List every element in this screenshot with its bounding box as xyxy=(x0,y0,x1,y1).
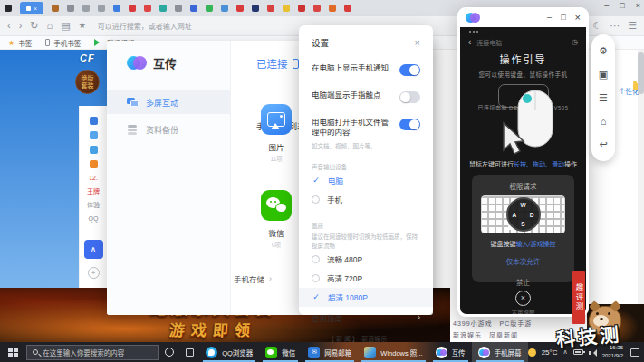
rail-shortcut-icon[interactable] xyxy=(90,131,98,139)
tab[interactable] xyxy=(252,5,259,12)
battery-icon[interactable] xyxy=(573,349,583,355)
tab[interactable] xyxy=(113,5,120,12)
home-icon[interactable]: ⌂ xyxy=(601,116,607,127)
back-icon[interactable]: ↩ xyxy=(599,138,607,150)
taskbar-item-网易邮箱[interactable]: ✉网易邮箱 xyxy=(302,342,358,362)
night-mode-icon[interactable]: ☾ xyxy=(592,21,601,31)
notifications-toggle[interactable] xyxy=(399,64,420,76)
favorite-star-icon[interactable]: ★ xyxy=(79,22,86,30)
tray-expand-icon[interactable]: ∧ xyxy=(563,348,568,356)
bookmark-item[interactable]: 手机书签 xyxy=(45,38,81,48)
option-手机[interactable]: 手机 xyxy=(312,190,420,209)
forward-icon[interactable]: › xyxy=(19,21,23,31)
clock-icon[interactable]: ◷ xyxy=(572,38,578,46)
tab[interactable] xyxy=(52,5,59,12)
minimize-icon[interactable]: – xyxy=(604,1,609,10)
close-icon[interactable]: × xyxy=(636,1,640,10)
tab[interactable] xyxy=(67,5,74,12)
back-to-top-button[interactable]: ∧ xyxy=(84,240,103,259)
deny-button[interactable]: 禁止 xyxy=(472,277,574,287)
screenshot-icon[interactable]: ▣ xyxy=(599,69,608,81)
tab[interactable] xyxy=(190,5,197,12)
rail-link[interactable]: 体验 xyxy=(87,202,100,208)
tab[interactable] xyxy=(329,5,336,12)
backup-icon xyxy=(127,125,139,135)
option-超清 1080P[interactable]: ✓超清 1080P xyxy=(299,288,433,307)
keyboard-icon: W A S D xyxy=(481,195,565,233)
task-view-button[interactable] xyxy=(180,348,199,357)
weather-temp[interactable]: 25°C xyxy=(542,348,558,357)
touchpoints-toggle[interactable] xyxy=(399,91,420,103)
close-icon[interactable]: × xyxy=(415,37,420,48)
close-icon[interactable]: × xyxy=(575,12,581,23)
refresh-icon[interactable]: ↻ xyxy=(30,21,38,31)
rail-shortcut-icon[interactable] xyxy=(90,146,98,154)
rail-shortcut-icon[interactable] xyxy=(90,117,98,125)
rail-link[interactable]: 王牌 xyxy=(87,188,100,195)
allow-once-button[interactable]: 仅本次允许 xyxy=(472,256,574,266)
taskbar-item-互传[interactable]: 互传 xyxy=(429,342,472,362)
rail-link[interactable]: 12. xyxy=(89,175,98,181)
tab[interactable] xyxy=(5,5,12,12)
back-icon[interactable]: ‹ xyxy=(7,21,11,31)
scrollbar-thumb[interactable] xyxy=(638,52,644,94)
back-icon[interactable]: ‹ xyxy=(468,38,471,47)
tab[interactable] xyxy=(283,5,290,12)
game-badge[interactable]: 绝版 套装 xyxy=(75,70,100,94)
clock-date[interactable]: 16:35 2021/9/2 xyxy=(602,344,623,360)
taskbar-search[interactable]: 在这里输入你要搜索的内容 xyxy=(26,345,159,360)
tab[interactable] xyxy=(221,5,228,12)
tab-close-icon[interactable]: × xyxy=(34,5,37,12)
minimize-icon[interactable]: – xyxy=(547,13,552,22)
option-高清 720P[interactable]: 高清 720P xyxy=(312,269,420,288)
home-icon[interactable]: ⌂ xyxy=(47,21,53,31)
taskbar-item-QQ浏览器[interactable]: QQ浏览器 xyxy=(199,342,259,362)
reader-icon[interactable]: ▤ xyxy=(61,21,70,31)
phone-storage-link[interactable]: 手机存储 › xyxy=(234,273,272,284)
recents-icon[interactable]: ☰ xyxy=(599,92,608,104)
rail-link[interactable]: QQ xyxy=(89,215,99,222)
tab[interactable] xyxy=(129,5,136,12)
setting-row-notifications: 在电脑上显示手机通知 xyxy=(312,63,420,76)
tab[interactable] xyxy=(206,5,213,12)
sidebar-item-资料备份[interactable]: 资料备份 xyxy=(107,118,230,141)
option-电脑[interactable]: ✓电脑 xyxy=(312,171,420,190)
sidebar-item-多屏互动[interactable]: 多屏互动 xyxy=(107,90,230,114)
more-icon[interactable]: ⋯ xyxy=(610,21,620,31)
tab[interactable] xyxy=(313,5,321,12)
weather-sun-icon[interactable] xyxy=(528,348,536,357)
user-guide-link[interactable]: 使用指南 › xyxy=(312,312,420,323)
rail-feedback-icon[interactable]: + xyxy=(88,267,100,279)
tab[interactable] xyxy=(344,5,351,12)
notification-center-icon[interactable] xyxy=(630,348,639,357)
bookmark-label: 手机书签 xyxy=(53,38,81,48)
tab-active[interactable]: × xyxy=(20,2,43,14)
maximize-icon[interactable]: □ xyxy=(620,1,624,10)
bookmark-item[interactable]: ★ 书签 xyxy=(8,38,32,48)
rail-shortcut-icon[interactable] xyxy=(90,160,98,168)
start-button[interactable] xyxy=(0,348,26,357)
speaker-icon[interactable] xyxy=(589,348,597,357)
tab[interactable] xyxy=(98,5,105,12)
maximize-icon[interactable]: □ xyxy=(561,13,565,22)
taskbar-item-Windows 照...[interactable]: Windows 照... xyxy=(358,342,428,362)
webpage-link-row[interactable]: 4399小游戏 PC版手游 xyxy=(453,319,532,328)
tab[interactable] xyxy=(144,5,151,12)
dismiss-hint[interactable]: 不再提醒 xyxy=(460,309,586,315)
tab[interactable] xyxy=(159,5,167,12)
cortana-button[interactable] xyxy=(159,348,179,357)
close-guide-button[interactable]: × xyxy=(515,291,531,306)
menu-icon[interactable]: ☰ xyxy=(628,21,637,31)
tab[interactable] xyxy=(298,5,305,12)
webpage-link-row[interactable]: 新浪娱乐 凤凰新闻 xyxy=(453,330,518,339)
sidebar-items: 多屏互动资料备份 xyxy=(107,90,230,141)
tab[interactable] xyxy=(236,5,244,12)
tab[interactable] xyxy=(82,5,90,12)
option-流畅 480P[interactable]: 流畅 480P xyxy=(312,250,420,269)
gear-icon[interactable]: ⚙ xyxy=(599,45,608,57)
taskbar-item-微信[interactable]: 微信 xyxy=(259,342,302,362)
tab[interactable] xyxy=(175,5,182,12)
tab[interactable] xyxy=(267,5,274,12)
file-manager-toggle[interactable] xyxy=(399,119,420,130)
taskbar-item-手机屏幕[interactable]: 手机屏幕 xyxy=(472,342,528,362)
